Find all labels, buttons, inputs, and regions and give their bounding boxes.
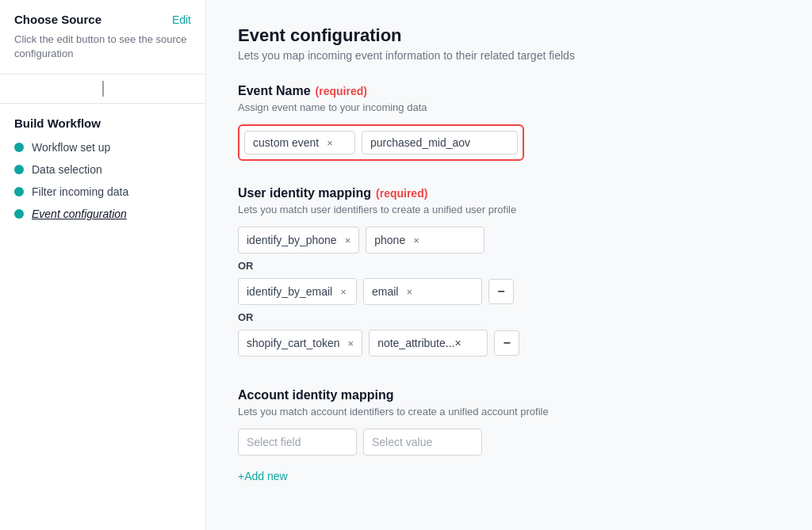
add-new-link[interactable]: +Add new [238,470,288,482]
or-label-1: OR [238,260,780,272]
mapping-field-1a[interactable]: identify_by_phone × [238,227,359,254]
choose-source-header: Choose Source Edit [14,13,191,26]
mapping-rows: identify_by_phone × phone × OR identify_… [238,227,780,363]
event-name-row: custom event × [238,124,524,161]
build-workflow-title: Build Workflow [14,116,191,130]
account-value-placeholder: Select value [372,436,432,448]
user-identity-desc: Lets you match user identifiers to creat… [238,204,780,215]
workflow-label-data: Data selection [32,163,102,176]
choose-source-desc: Click the edit button to see the source … [14,32,191,61]
account-select-value[interactable]: Select value [363,429,482,456]
dot-filter [14,187,24,196]
custom-event-value: custom event [253,136,319,149]
event-name-required: (required) [316,85,367,97]
field-3a-value: shopify_cart_token [247,337,340,349]
mapping-field-3b[interactable]: note_attribute...× [369,330,488,357]
event-name-title: Event Name (required) [238,84,780,98]
account-identity-label: Account identity mapping [238,388,393,402]
field-2a-value: identify_by_email [247,285,332,298]
choose-source-title: Choose Source [14,13,102,26]
account-identity-section: Account identity mapping Lets you match … [238,388,780,483]
user-identity-required: (required) [376,187,427,200]
workflow-items: Workflow set up Data selection Filter in… [14,141,191,220]
workflow-item-data[interactable]: Data selection [14,163,191,176]
mapping-row-2: identify_by_email × email × − [238,278,780,305]
workflow-item-event[interactable]: Event configuration [14,208,191,220]
account-mapping-row: Select field Select value [238,429,780,456]
event-name-input[interactable] [362,131,518,154]
custom-event-clear[interactable]: × [327,138,333,148]
mapping-field-2b[interactable]: email × [363,278,482,305]
user-identity-section: User identity mapping (required) Lets yo… [238,186,780,363]
main-content: Event configuration Lets you map incomin… [206,0,812,530]
sidebar: Choose Source Edit Click the edit button… [0,0,206,530]
field-2a-clear[interactable]: × [340,286,347,298]
field-2b-value: email [372,285,398,298]
choose-source-section: Choose Source Edit Click the edit button… [0,0,205,74]
field-1b-value: phone [374,234,405,246]
account-field-placeholder: Select field [247,436,301,448]
or-label-2: OR [238,311,780,323]
account-identity-title: Account identity mapping [238,388,780,402]
account-select-field[interactable]: Select field [238,429,357,456]
event-name-label: Event Name [238,84,311,98]
mapping-row-1: identify_by_phone × phone × [238,227,780,254]
user-identity-title: User identity mapping (required) [238,186,780,200]
field-3a-clear[interactable]: × [348,337,354,349]
field-1b-clear[interactable]: × [413,234,419,246]
workflow-item-setup[interactable]: Workflow set up [14,141,191,154]
edit-link[interactable]: Edit [172,13,191,26]
mapping-field-2a[interactable]: identify_by_email × [238,278,357,305]
user-identity-label: User identity mapping [238,186,371,200]
minus-btn-2[interactable]: − [488,279,514,304]
event-name-section: Event Name (required) Assign event name … [238,84,780,161]
mapping-field-1b[interactable]: phone × [366,227,485,254]
workflow-label-filter: Filter incoming data [32,185,128,198]
mapping-field-3a[interactable]: shopify_cart_token × [238,330,362,357]
mapping-row-3: shopify_cart_token × note_attribute...× … [238,330,780,357]
page-title: Event configuration [238,25,780,46]
custom-event-tag[interactable]: custom event × [244,131,355,154]
workflow-item-filter[interactable]: Filter incoming data [14,185,191,198]
field-3b-value: note_attribute...× [377,337,461,349]
event-name-desc: Assign event name to your incoming data [238,101,780,113]
workflow-label-event: Event configuration [32,208,127,220]
field-1a-clear[interactable]: × [345,234,351,246]
dot-data [14,165,24,174]
dot-event [14,209,24,219]
account-identity-desc: Lets you match account identifiers to cr… [238,406,780,418]
build-workflow-section: Build Workflow Workflow set up Data sele… [0,104,205,233]
connector-line [0,74,205,104]
page-subtitle: Lets you map incoming event information … [238,49,780,62]
minus-btn-3[interactable]: − [494,330,519,356]
field-1a-value: identify_by_phone [247,234,337,246]
workflow-label-setup: Workflow set up [32,141,110,154]
dot-setup [14,143,24,152]
field-2b-clear[interactable]: × [406,286,412,298]
